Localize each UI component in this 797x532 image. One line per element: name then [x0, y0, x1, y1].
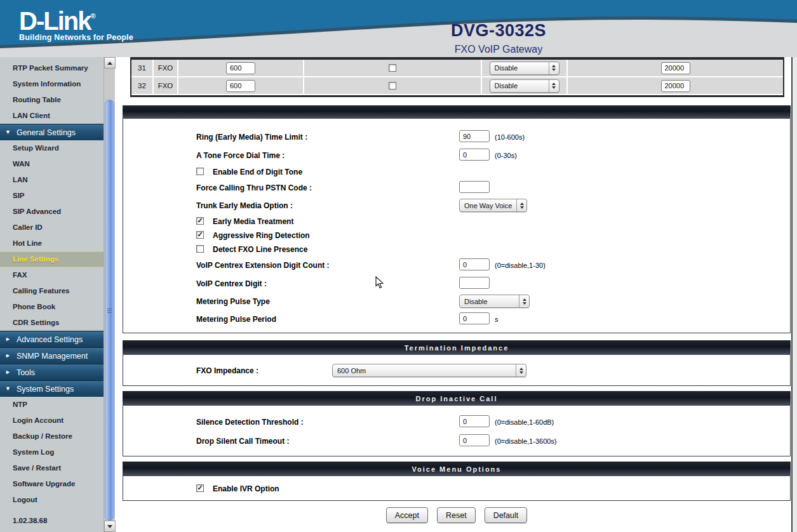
scroll-up-button[interactable]	[104, 57, 116, 69]
mouse-cursor-icon	[375, 276, 384, 289]
impedance-input-32[interactable]	[226, 80, 255, 92]
field-hint: (0=disable,1-3600s)	[495, 437, 557, 445]
field-label: Force Calling Thru PSTN Code :	[196, 183, 312, 192]
silence-threshold-input[interactable]	[459, 415, 490, 427]
section-bar-termination-impedance: Termination Impedance	[123, 340, 791, 355]
sidebar-group-snmp-management[interactable]: ► SNMP Management	[0, 347, 104, 364]
early-media-treatment-checkbox[interactable]: ✓	[196, 217, 204, 225]
tone-force-dial-input[interactable]	[459, 149, 490, 161]
value-cell	[568, 77, 783, 94]
sidebar-item-lan-client[interactable]: LAN Client	[0, 108, 104, 124]
value-input-31[interactable]	[661, 62, 690, 74]
sidebar-item-fax[interactable]: FAX	[0, 267, 104, 283]
line-checkbox-31[interactable]: ✓	[389, 64, 396, 72]
sidebar-item-setup-wizard[interactable]: Setup Wizard	[0, 140, 104, 156]
sidebar-item-login-account[interactable]: Login Account	[0, 413, 104, 429]
device-model: DVG-3032S	[372, 21, 626, 41]
detect-fxo-line-presence-checkbox[interactable]: ✓	[196, 245, 204, 253]
sidebar-group-general-settings[interactable]: ▼ General Settings	[0, 124, 104, 140]
default-button[interactable]: Default	[485, 507, 528, 523]
aggressive-ring-detection-checkbox[interactable]: ✓	[196, 231, 204, 239]
form-row: Force Calling Thru PSTN Code :	[123, 181, 790, 195]
sidebar-scrollbar[interactable]	[104, 57, 115, 532]
sidebar-group-tools[interactable]: ► Tools	[0, 364, 104, 380]
header: D-Link® Building Networks for People DVG…	[0, 0, 797, 57]
metering-pulse-type-select[interactable]: Disable	[459, 295, 530, 308]
brand-tagline: Building Networks for People	[19, 33, 133, 42]
voice-menu-options-panel: ✓ Enable IVR Option	[123, 476, 791, 501]
sidebar-item-routing-table[interactable]: Routing Table	[0, 92, 104, 108]
content-right-edge	[791, 57, 797, 532]
check-mark-icon: ✓	[197, 217, 203, 224]
field-label: FXO Impedance :	[196, 366, 258, 375]
enable-end-of-digit-tone-checkbox[interactable]: ✓	[196, 168, 204, 175]
sidebar-item-sip-advanced[interactable]: SIP Advanced	[0, 204, 104, 220]
sidebar-item-logout[interactable]: Logout	[0, 492, 104, 508]
select-value: Disable	[495, 82, 518, 90]
page: D-Link® Building Networks for People DVG…	[0, 0, 797, 532]
triangle-down-icon: ▼	[5, 130, 11, 135]
stepper-icon	[549, 80, 559, 92]
sidebar-item-backup-restore[interactable]: Backup / Restore	[0, 429, 104, 444]
ring-time-limit-input[interactable]	[459, 130, 490, 142]
line-number-cell: 32	[131, 77, 152, 94]
sidebar-item-lan[interactable]: LAN	[0, 172, 104, 188]
form-row: VoIP Centrex Digit :	[123, 277, 790, 291]
sidebar-item-save-restart[interactable]: Save / Restart	[0, 460, 104, 476]
reset-button[interactable]: Reset	[437, 507, 476, 523]
select-value: Disable	[495, 64, 518, 72]
value-input-32[interactable]	[661, 80, 690, 92]
sidebar-item-calling-features[interactable]: Calling Features	[0, 283, 104, 299]
field-hint: (0-30s)	[495, 152, 517, 159]
sidebar-item-hot-line[interactable]: Hot Line	[0, 236, 104, 251]
sidebar-item-caller-id[interactable]: Caller ID	[0, 220, 104, 236]
mode-select-31[interactable]: Disable	[490, 62, 559, 75]
sidebar-item-software-upgrade[interactable]: Software Upgrade	[0, 476, 104, 492]
triangle-down-icon: ▼	[5, 386, 11, 392]
check-mark-icon: ✓	[197, 484, 203, 491]
sidebar-item-system-information[interactable]: System Information	[0, 76, 104, 92]
sidebar-group-system-settings[interactable]: ▼ System Settings	[0, 380, 104, 397]
field-label: Metering Pulse Type	[196, 297, 270, 306]
stepper-icon	[516, 364, 526, 376]
centrex-digit-count-input[interactable]	[459, 258, 490, 270]
sidebar-group-label: System Settings	[17, 385, 74, 394]
sidebar-item-cdr-settings[interactable]: CDR Settings	[0, 315, 104, 331]
sidebar-item-system-log[interactable]: System Log	[0, 444, 104, 460]
section-title: Voice Menu Options	[412, 465, 502, 473]
form-row: A Tone Force Dial Time : (0-30s)	[123, 149, 790, 163]
fxo-impedance-select[interactable]: 600 Ohm	[332, 364, 526, 377]
arrow-up-icon	[107, 62, 112, 65]
trunk-early-media-select[interactable]: One Way Voice	[459, 199, 527, 212]
stepper-icon	[549, 62, 559, 74]
accept-button[interactable]: Accept	[386, 507, 428, 523]
mode-select-32[interactable]: Disable	[490, 79, 559, 93]
field-hint: (0=disable,1-30)	[495, 262, 546, 269]
centrex-digit-input[interactable]	[459, 277, 490, 289]
enable-ivr-option-checkbox[interactable]: ✓	[196, 484, 204, 492]
pstn-code-input[interactable]	[459, 181, 490, 193]
form-row: Metering Pulse Period s	[123, 312, 790, 326]
sidebar-item-rtp-packet-summary[interactable]: RTP Packet Summary	[0, 60, 104, 76]
sidebar-group-advanced-settings[interactable]: ► Advanced Settings	[0, 331, 104, 347]
line-settings-table: 31 FXO ✓ Disable 32 FXO ✓	[130, 57, 784, 97]
impedance-input-31[interactable]	[226, 62, 255, 74]
sidebar-item-phone-book[interactable]: Phone Book	[0, 299, 104, 315]
sidebar: RTP Packet Summary System Information Ro…	[0, 57, 104, 532]
line-number-cell: 31	[131, 60, 152, 76]
scroll-down-button[interactable]	[104, 521, 116, 532]
form-row: ✓ Enable End of Digit Tone	[123, 165, 790, 179]
section-bar-voice-menu-options: Voice Menu Options	[123, 462, 791, 476]
scrollbar-thumb[interactable]	[105, 100, 114, 521]
line-checkbox-32[interactable]: ✓	[389, 82, 396, 90]
drop-timeout-input[interactable]	[459, 434, 490, 446]
sidebar-item-ntp[interactable]: NTP	[0, 397, 104, 413]
impedance-cell	[178, 60, 303, 76]
sidebar-item-line-settings[interactable]: Line Settings	[0, 251, 104, 267]
metering-period-input[interactable]	[459, 312, 490, 324]
field-label: Metering Pulse Period	[196, 315, 276, 324]
field-label: VoIP Centrex Extension Digit Count :	[196, 261, 330, 270]
sidebar-item-sip[interactable]: SIP	[0, 188, 104, 204]
sidebar-item-wan[interactable]: WAN	[0, 156, 104, 172]
scrollbar-grip-icon	[107, 309, 112, 313]
